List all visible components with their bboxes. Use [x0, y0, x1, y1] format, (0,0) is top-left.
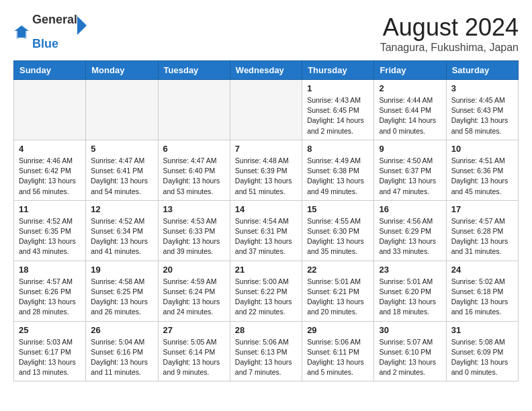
- calendar-cell: 20Sunrise: 4:59 AMSunset: 6:24 PMDayligh…: [158, 261, 230, 321]
- location-title: Tanagura, Fukushima, Japan: [380, 42, 519, 54]
- logo-icon: [13, 24, 30, 40]
- day-number: 31: [451, 325, 513, 335]
- calendar-cell: [14, 80, 86, 140]
- day-number: 17: [451, 204, 513, 214]
- month-title: August 2024: [380, 13, 519, 42]
- calendar-cell: 31Sunrise: 5:08 AMSunset: 6:09 PMDayligh…: [446, 321, 518, 381]
- day-number: 6: [163, 144, 225, 154]
- day-info: Sunrise: 4:50 AMSunset: 6:37 PMDaylight:…: [379, 156, 441, 197]
- calendar-cell: 26Sunrise: 5:04 AMSunset: 6:16 PMDayligh…: [86, 321, 158, 381]
- day-info: Sunrise: 4:43 AMSunset: 6:45 PMDaylight:…: [307, 95, 369, 136]
- day-info: Sunrise: 4:49 AMSunset: 6:38 PMDaylight:…: [307, 156, 369, 197]
- week-row-1: 1Sunrise: 4:43 AMSunset: 6:45 PMDaylight…: [14, 80, 519, 140]
- weekday-header-tuesday: Tuesday: [158, 61, 230, 80]
- day-info: Sunrise: 4:53 AMSunset: 6:33 PMDaylight:…: [163, 216, 225, 257]
- calendar-cell: 27Sunrise: 5:05 AMSunset: 6:14 PMDayligh…: [158, 321, 230, 381]
- day-number: 28: [235, 325, 297, 335]
- logo: General Blue: [13, 13, 91, 51]
- calendar-cell: 15Sunrise: 4:55 AMSunset: 6:30 PMDayligh…: [302, 200, 374, 261]
- day-info: Sunrise: 4:46 AMSunset: 6:42 PMDaylight:…: [19, 156, 81, 197]
- calendar-cell: 17Sunrise: 4:57 AMSunset: 6:28 PMDayligh…: [446, 200, 518, 261]
- calendar-cell: 10Sunrise: 4:51 AMSunset: 6:36 PMDayligh…: [446, 140, 518, 200]
- day-number: 1: [307, 83, 369, 93]
- calendar-cell: 22Sunrise: 5:01 AMSunset: 6:21 PMDayligh…: [302, 261, 374, 321]
- weekday-header-wednesday: Wednesday: [230, 61, 302, 80]
- logo-blue: Blue: [32, 37, 58, 50]
- calendar-cell: 4Sunrise: 4:46 AMSunset: 6:42 PMDaylight…: [14, 140, 86, 200]
- calendar-cell: 11Sunrise: 4:52 AMSunset: 6:35 PMDayligh…: [14, 200, 86, 261]
- day-info: Sunrise: 5:05 AMSunset: 6:14 PMDaylight:…: [163, 337, 225, 378]
- day-number: 25: [19, 325, 81, 335]
- day-number: 2: [379, 83, 441, 93]
- calendar-cell: 14Sunrise: 4:54 AMSunset: 6:31 PMDayligh…: [230, 200, 302, 261]
- day-info: Sunrise: 4:52 AMSunset: 6:34 PMDaylight:…: [91, 216, 152, 257]
- weekday-header-sunday: Sunday: [14, 61, 86, 80]
- calendar-cell: [86, 80, 158, 140]
- calendar-cell: 18Sunrise: 4:57 AMSunset: 6:26 PMDayligh…: [14, 261, 86, 321]
- calendar-cell: 8Sunrise: 4:49 AMSunset: 6:38 PMDaylight…: [302, 140, 374, 200]
- calendar-cell: 29Sunrise: 5:06 AMSunset: 6:11 PMDayligh…: [302, 321, 374, 381]
- calendar-cell: [230, 80, 302, 140]
- day-number: 20: [163, 265, 225, 275]
- day-number: 12: [91, 204, 152, 214]
- calendar-cell: 28Sunrise: 5:06 AMSunset: 6:13 PMDayligh…: [230, 321, 302, 381]
- day-info: Sunrise: 4:56 AMSunset: 6:29 PMDaylight:…: [379, 216, 441, 257]
- logo-general: General: [32, 13, 77, 38]
- day-info: Sunrise: 4:47 AMSunset: 6:40 PMDaylight:…: [163, 156, 225, 197]
- day-number: 21: [235, 265, 297, 275]
- day-info: Sunrise: 4:47 AMSunset: 6:41 PMDaylight:…: [91, 156, 152, 197]
- day-info: Sunrise: 5:01 AMSunset: 6:21 PMDaylight:…: [307, 277, 369, 318]
- day-number: 14: [235, 204, 297, 214]
- day-number: 19: [91, 265, 152, 275]
- day-number: 10: [451, 144, 513, 154]
- day-number: 3: [451, 83, 513, 93]
- weekday-header-row: SundayMondayTuesdayWednesdayThursdayFrid…: [14, 61, 519, 80]
- calendar-cell: 23Sunrise: 5:01 AMSunset: 6:20 PMDayligh…: [374, 261, 446, 321]
- day-number: 24: [451, 265, 513, 275]
- logo-arrow: [77, 13, 91, 38]
- day-number: 7: [235, 144, 297, 154]
- calendar-cell: 13Sunrise: 4:53 AMSunset: 6:33 PMDayligh…: [158, 200, 230, 261]
- calendar-cell: 25Sunrise: 5:03 AMSunset: 6:17 PMDayligh…: [14, 321, 86, 381]
- calendar-cell: 12Sunrise: 4:52 AMSunset: 6:34 PMDayligh…: [86, 200, 158, 261]
- title-area: August 2024 Tanagura, Fukushima, Japan: [380, 13, 519, 54]
- day-number: 5: [91, 144, 152, 154]
- header: General Blue August 2024 Tanagura, Fukus…: [13, 13, 519, 54]
- day-info: Sunrise: 5:01 AMSunset: 6:20 PMDaylight:…: [379, 277, 441, 318]
- day-info: Sunrise: 5:00 AMSunset: 6:22 PMDaylight:…: [235, 277, 297, 318]
- day-number: 4: [19, 144, 81, 154]
- day-number: 15: [307, 204, 369, 214]
- day-info: Sunrise: 5:06 AMSunset: 6:11 PMDaylight:…: [307, 337, 369, 378]
- day-info: Sunrise: 4:57 AMSunset: 6:28 PMDaylight:…: [451, 216, 513, 257]
- day-info: Sunrise: 4:54 AMSunset: 6:31 PMDaylight:…: [235, 216, 297, 257]
- svg-marker-2: [77, 16, 87, 35]
- calendar-cell: 6Sunrise: 4:47 AMSunset: 6:40 PMDaylight…: [158, 140, 230, 200]
- day-info: Sunrise: 5:04 AMSunset: 6:16 PMDaylight:…: [91, 337, 152, 378]
- calendar-cell: 1Sunrise: 4:43 AMSunset: 6:45 PMDaylight…: [302, 80, 374, 140]
- day-info: Sunrise: 4:59 AMSunset: 6:24 PMDaylight:…: [163, 277, 225, 318]
- day-number: 8: [307, 144, 369, 154]
- calendar-cell: 3Sunrise: 4:45 AMSunset: 6:43 PMDaylight…: [446, 80, 518, 140]
- week-row-5: 25Sunrise: 5:03 AMSunset: 6:17 PMDayligh…: [14, 321, 519, 381]
- day-info: Sunrise: 4:58 AMSunset: 6:25 PMDaylight:…: [91, 277, 152, 318]
- day-number: 26: [91, 325, 152, 335]
- day-number: 22: [307, 265, 369, 275]
- week-row-4: 18Sunrise: 4:57 AMSunset: 6:26 PMDayligh…: [14, 261, 519, 321]
- day-info: Sunrise: 4:44 AMSunset: 6:44 PMDaylight:…: [379, 95, 441, 136]
- day-info: Sunrise: 4:51 AMSunset: 6:36 PMDaylight:…: [451, 156, 513, 197]
- day-info: Sunrise: 4:45 AMSunset: 6:43 PMDaylight:…: [451, 95, 513, 136]
- calendar-cell: 5Sunrise: 4:47 AMSunset: 6:41 PMDaylight…: [86, 140, 158, 200]
- calendar-cell: 16Sunrise: 4:56 AMSunset: 6:29 PMDayligh…: [374, 200, 446, 261]
- day-number: 11: [19, 204, 81, 214]
- day-number: 23: [379, 265, 441, 275]
- day-number: 13: [163, 204, 225, 214]
- week-row-2: 4Sunrise: 4:46 AMSunset: 6:42 PMDaylight…: [14, 140, 519, 200]
- calendar-cell: 24Sunrise: 5:02 AMSunset: 6:18 PMDayligh…: [446, 261, 518, 321]
- weekday-header-thursday: Thursday: [302, 61, 374, 80]
- calendar-cell: 19Sunrise: 4:58 AMSunset: 6:25 PMDayligh…: [86, 261, 158, 321]
- calendar-cell: 21Sunrise: 5:00 AMSunset: 6:22 PMDayligh…: [230, 261, 302, 321]
- calendar-cell: 7Sunrise: 4:48 AMSunset: 6:39 PMDaylight…: [230, 140, 302, 200]
- day-info: Sunrise: 4:52 AMSunset: 6:35 PMDaylight:…: [19, 216, 81, 257]
- day-info: Sunrise: 5:06 AMSunset: 6:13 PMDaylight:…: [235, 337, 297, 378]
- day-info: Sunrise: 4:57 AMSunset: 6:26 PMDaylight:…: [19, 277, 81, 318]
